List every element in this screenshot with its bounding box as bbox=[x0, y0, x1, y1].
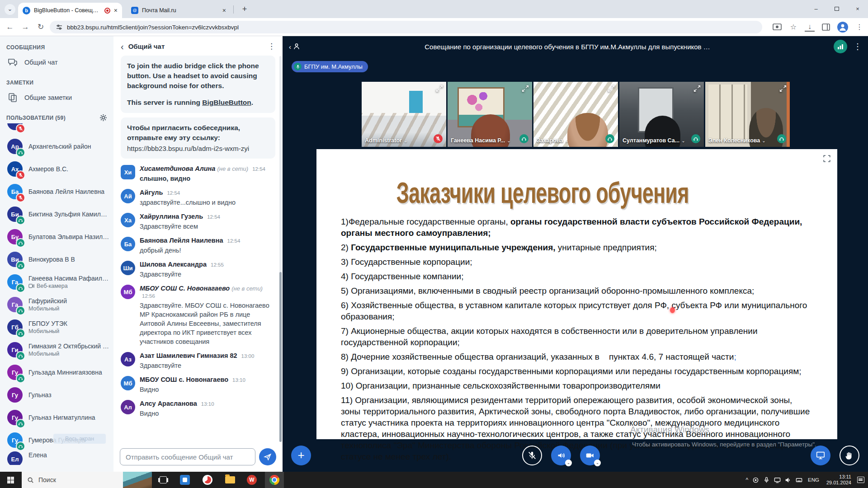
webcam-fullscreen-icon[interactable] bbox=[779, 85, 787, 92]
presentation-fullscreen-icon[interactable] bbox=[823, 155, 831, 163]
back-button[interactable]: ← bbox=[5, 22, 15, 33]
toggle-userlist-button[interactable]: ‹ bbox=[289, 42, 301, 51]
chat-options-icon[interactable]: ⋮ bbox=[268, 42, 275, 51]
webcam-tile[interactable]: Элен Колесникова ⌄ bbox=[705, 82, 790, 147]
meeting-options-icon[interactable]: ⋮ bbox=[854, 42, 862, 52]
download-icon[interactable]: ↓ bbox=[805, 23, 815, 32]
talking-indicator[interactable]: БГПУ им. М.Акмуллы bbox=[292, 61, 368, 72]
user-status-badge bbox=[17, 329, 24, 337]
bookmark-star-icon[interactable]: ☆ bbox=[788, 22, 798, 32]
user-list-item[interactable]: Гу Гульзада Миннигаязовна bbox=[0, 361, 113, 384]
webcam-tile[interactable]: Султанмуратов Са... ⌄ bbox=[619, 82, 704, 147]
user-list-item[interactable] bbox=[0, 123, 113, 135]
user-list-item[interactable]: Га Гафурийский Мобильный bbox=[0, 293, 113, 316]
webcam-tile[interactable]: Administrator ⌄ bbox=[362, 82, 446, 147]
webcam-user-name[interactable]: Элен Колесникова ⌄ bbox=[708, 137, 766, 144]
webcam-fullscreen-icon[interactable] bbox=[522, 85, 529, 92]
raise-hand-button[interactable] bbox=[840, 446, 859, 465]
invite-url[interactable]: https://bbb23.bspu.ru/b/adm-i2s-wxm-zyi bbox=[127, 144, 269, 153]
user-list-item[interactable]: Гб ГБПОУ УТЭК Мобильный bbox=[0, 316, 113, 338]
chat-scrollbar[interactable] bbox=[279, 56, 282, 442]
recorder-app-icon bbox=[203, 475, 212, 485]
chat-message-input[interactable] bbox=[120, 448, 255, 465]
user-list-item[interactable]: Га Ганеева Насима Рафаиловна Веб-камера bbox=[0, 271, 113, 293]
user-list-item[interactable]: Ар Архангельский район bbox=[0, 135, 113, 158]
mute-microphone-button[interactable] bbox=[522, 446, 542, 465]
webcam-fullscreen-icon[interactable] bbox=[436, 85, 443, 92]
file-explorer-button[interactable] bbox=[221, 472, 240, 488]
webcam-user-name[interactable]: Захарова ⌄ bbox=[537, 137, 569, 144]
user-list-item[interactable]: Бу Булатова Эльвира Назильевна bbox=[0, 225, 113, 248]
user-list-item[interactable]: Гу Гульназ bbox=[0, 384, 113, 406]
user-list-item[interactable]: Ел Елена bbox=[0, 451, 113, 465]
manage-users-gear-icon[interactable] bbox=[99, 114, 107, 122]
browser-menu-icon[interactable]: ⋮ bbox=[854, 22, 864, 32]
webcam-user-name[interactable]: Султанмуратов Са... ⌄ bbox=[623, 137, 685, 144]
taskbar-clock[interactable]: 13:11 29.01.2024 bbox=[825, 474, 853, 486]
tab-divider bbox=[233, 5, 234, 14]
tab-close-icon[interactable]: × bbox=[114, 7, 118, 14]
taskbar-search-box[interactable]: Поиск bbox=[22, 472, 123, 488]
send-message-button[interactable] bbox=[259, 448, 276, 465]
chat-bubbles-icon bbox=[7, 57, 18, 68]
restore-presentation-button[interactable] bbox=[811, 446, 830, 465]
start-button[interactable] bbox=[0, 472, 21, 488]
user-list-item[interactable]: Гу Гульназ Нигматуллина bbox=[0, 406, 113, 429]
sidebar-item-shared-notes[interactable]: Общие заметки bbox=[0, 89, 113, 107]
audio-dropdown-caret[interactable]: ⌄ bbox=[565, 460, 572, 466]
avatar-initials: Ел bbox=[7, 451, 23, 465]
taskbar-app-w[interactable]: W bbox=[242, 472, 261, 488]
task-view-button[interactable] bbox=[154, 472, 173, 488]
bigbluebutton-link[interactable]: BigBlueButton bbox=[202, 99, 251, 106]
folder-icon bbox=[225, 476, 235, 483]
webcam-tile[interactable]: Захарова ⌄ bbox=[533, 82, 618, 147]
sidebar-item-public-chat[interactable]: Общий чат bbox=[0, 53, 113, 71]
reload-button[interactable]: ↻ bbox=[35, 22, 46, 33]
audio-settings-button[interactable]: ⌄ bbox=[551, 446, 571, 465]
new-tab-button[interactable]: + bbox=[239, 4, 250, 15]
profile-avatar[interactable] bbox=[837, 22, 848, 33]
connection-status-button[interactable] bbox=[834, 40, 847, 53]
news-widget-thumbnail[interactable] bbox=[123, 472, 152, 488]
tray-microphone-icon[interactable] bbox=[763, 477, 770, 483]
taskbar-app-recorder[interactable] bbox=[198, 472, 217, 488]
tray-pin-icon[interactable] bbox=[752, 477, 759, 483]
chat-scrollbar-thumb[interactable] bbox=[279, 272, 282, 442]
webcam-fullscreen-icon[interactable] bbox=[608, 85, 615, 92]
server-note: This server is running BigBlueButton. bbox=[127, 98, 269, 108]
user-list-item[interactable]: Ба Баянова Лейля Наилевна bbox=[0, 180, 113, 203]
actions-plus-button[interactable]: + bbox=[291, 446, 311, 465]
user-list-item[interactable]: Ви Винокурова В В bbox=[0, 248, 113, 271]
webcam-user-name[interactable]: Administrator ⌄ bbox=[365, 137, 407, 144]
chat-back-icon[interactable]: ‹ bbox=[121, 42, 124, 51]
tray-volume-icon[interactable] bbox=[785, 477, 792, 483]
user-avatar: Ги bbox=[7, 342, 23, 357]
tab-search-button[interactable]: ⌄ bbox=[5, 4, 15, 15]
taskbar-app-blue[interactable] bbox=[175, 472, 194, 488]
maximize-button[interactable] bbox=[826, 0, 847, 18]
webcam-tile[interactable]: Ганеева Насима Р... ⌄ bbox=[448, 82, 532, 147]
action-center-icon[interactable] bbox=[857, 477, 864, 483]
tray-expand-icon[interactable]: ^ bbox=[745, 477, 748, 483]
site-info-icon[interactable] bbox=[56, 24, 62, 30]
side-panel-icon[interactable] bbox=[821, 22, 831, 32]
forward-button[interactable]: → bbox=[20, 22, 31, 33]
user-list-item[interactable]: Ах Ахмеров В.С. bbox=[0, 158, 113, 180]
tab-close-icon[interactable]: × bbox=[222, 7, 226, 14]
tab-capture-icon[interactable] bbox=[772, 22, 782, 32]
browser-tab-active[interactable]: b BigBlueButton - Совещание × bbox=[18, 3, 122, 18]
user-list-item[interactable]: Би Биктина Зульфия Камиловна bbox=[0, 203, 113, 225]
minimize-button[interactable]: – bbox=[806, 0, 826, 18]
browser-tab-mail[interactable]: @ Почта Mail.ru × bbox=[127, 3, 231, 18]
webcam-share-button[interactable]: ⌄ bbox=[580, 446, 600, 465]
webcam-user-name[interactable]: Ганеева Насима Р... ⌄ bbox=[451, 137, 511, 144]
tray-display-icon[interactable] bbox=[774, 477, 781, 483]
webcam-dropdown-caret[interactable]: ⌄ bbox=[594, 460, 601, 466]
tray-touch-keyboard-icon[interactable] bbox=[796, 477, 802, 483]
language-indicator[interactable]: ENG bbox=[807, 477, 821, 483]
close-window-button[interactable]: × bbox=[847, 0, 868, 18]
chrome-taskbar-button[interactable] bbox=[265, 472, 284, 488]
user-list-item[interactable]: Ги Гимназия 2 Октябрьский РБ Мобильный bbox=[0, 338, 113, 361]
address-bar[interactable]: bbb23.bspu.ru/html5client/join?sessionTo… bbox=[50, 21, 762, 33]
webcam-fullscreen-icon[interactable] bbox=[693, 85, 701, 92]
